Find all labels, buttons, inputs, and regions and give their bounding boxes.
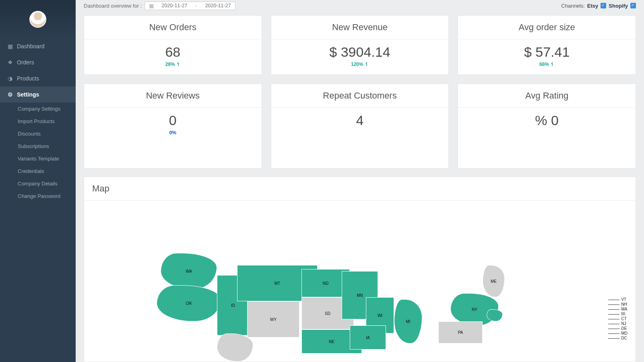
subnav-import-products[interactable]: Import Products (0, 115, 76, 128)
calendar-icon: ▦ (149, 3, 154, 9)
channels-filter: Channels: Etsy Shopify (561, 3, 636, 9)
card-diff: 0% (84, 130, 262, 136)
card-value: % 0 (458, 113, 636, 128)
main-content: Dashboard overview for : ▦ 2020-11-27 - … (76, 0, 644, 362)
subnav-credentials[interactable]: Credentials (0, 165, 76, 177)
card-title: New Orders (84, 16, 262, 39)
card-diff: 120% ↿ (271, 62, 449, 67)
card-value: 68 (84, 44, 262, 60)
state-me[interactable]: ME (483, 265, 505, 297)
sidebar-item-label: Products (17, 75, 39, 82)
nav-list: ▦ Dashboard ❖ Orders ◑ Products ⚙ Settin… (0, 38, 76, 103)
subnav-list: Company Settings Import Products Discoun… (0, 103, 76, 202)
calendar-icon: ▦ (7, 43, 13, 49)
date-from: 2020-11-27 (162, 3, 188, 8)
tag-icon: ◑ (7, 76, 13, 81)
subnav-change-password[interactable]: Change Password (0, 190, 76, 202)
sidebar-item-label: Orders (17, 59, 34, 66)
subnav-company-settings[interactable]: Company Settings (0, 103, 76, 115)
sidebar-item-dashboard[interactable]: ▦ Dashboard (0, 38, 76, 54)
card-title: New Revenue (271, 16, 449, 39)
card-title: Avg order size (458, 16, 636, 39)
card-value: 4 (271, 113, 449, 128)
state-or[interactable]: OR (157, 285, 221, 321)
label-ma: MA (608, 307, 627, 312)
card-diff: 28% ↿ (84, 62, 262, 67)
card-new-reviews: New Reviews 0 0% (84, 84, 262, 169)
sidebar: ▦ Dashboard ❖ Orders ◑ Products ⚙ Settin… (0, 0, 76, 362)
card-title: Avg Rating (458, 84, 636, 108)
date-to: 2020-11-27 (205, 3, 231, 8)
date-sep: - (195, 3, 197, 8)
label-de: DE (608, 326, 627, 331)
subnav-subscriptions[interactable]: Subscriptions (0, 140, 76, 152)
state-ia[interactable]: IA (350, 325, 386, 350)
state-wy[interactable]: WY (247, 301, 299, 337)
sidebar-item-products[interactable]: ◑ Products (0, 70, 76, 86)
channel-shopify-label: Shopify (609, 3, 628, 9)
label-vt: VT (608, 297, 627, 302)
label-md: MD (608, 331, 627, 336)
subnav-variants-template[interactable]: Variants Template (0, 152, 76, 165)
card-title: New Reviews (84, 84, 262, 108)
channel-shopify-checkbox[interactable] (630, 3, 636, 8)
card-repeat-customers: Repeat Customers 4 (271, 84, 449, 169)
state-ct[interactable] (487, 309, 503, 321)
label-ri: RI (608, 312, 627, 317)
sidebar-item-orders[interactable]: ❖ Orders (0, 54, 76, 70)
subnav-discounts[interactable]: Discounts (0, 128, 76, 140)
card-diff: 66% ↿ (458, 62, 636, 67)
channel-etsy-label: Etsy (587, 3, 598, 9)
card-new-orders: New Orders 68 28% ↿ (84, 15, 262, 75)
label-dc: DC (608, 336, 627, 341)
cards-grid: New Orders 68 28% ↿ New Revenue $ 3904.1… (76, 11, 644, 173)
card-avg-order-size: Avg order size $ 57.41 66% ↿ (458, 15, 636, 75)
cube-icon: ❖ (7, 60, 13, 65)
card-title: Repeat Customers (271, 84, 449, 108)
state-wa[interactable]: WA (161, 253, 217, 289)
date-range-picker[interactable]: ▦ 2020-11-27 - 2020-11-27 (144, 2, 235, 10)
sidebar-item-label: Dashboard (17, 43, 45, 49)
map-title: Map (84, 177, 636, 201)
label-nj: NJ (608, 321, 627, 326)
cogs-icon: ⚙ (7, 92, 13, 97)
label-ct: CT (608, 317, 627, 321)
overview-label: Dashboard overview for : (84, 3, 142, 9)
label-nh: NH (608, 302, 627, 307)
map-section: Map WA OR ID MT ND SD WY NE MN WI IA MI … (84, 177, 636, 362)
state-mi[interactable]: MI (394, 299, 422, 343)
state-nv[interactable] (217, 333, 253, 362)
map-canvas: WA OR ID MT ND SD WY NE MN WI IA MI NY P… (84, 201, 636, 362)
card-value: 0 (84, 113, 262, 128)
subnav-company-details[interactable]: Company Details (0, 177, 76, 190)
avatar-wrap (0, 0, 76, 38)
state-pa[interactable]: PA (438, 321, 483, 343)
card-value: $ 57.41 (458, 44, 636, 60)
topbar: Dashboard overview for : ▦ 2020-11-27 - … (76, 0, 644, 11)
avatar[interactable] (29, 11, 46, 28)
channels-label: Channels: (561, 3, 585, 9)
card-avg-rating: Avg Rating % 0 (458, 84, 636, 169)
tiny-state-labels: VT NH MA RI CT NJ DE MD DC (608, 297, 627, 341)
card-new-revenue: New Revenue $ 3904.14 120% ↿ (271, 15, 449, 75)
channel-etsy-checkbox[interactable] (601, 3, 606, 8)
sidebar-item-settings[interactable]: ⚙ Settings (0, 86, 76, 103)
sidebar-item-label: Settings (17, 91, 39, 98)
card-value: $ 3904.14 (271, 44, 449, 60)
topbar-left: Dashboard overview for : ▦ 2020-11-27 - … (84, 2, 235, 10)
